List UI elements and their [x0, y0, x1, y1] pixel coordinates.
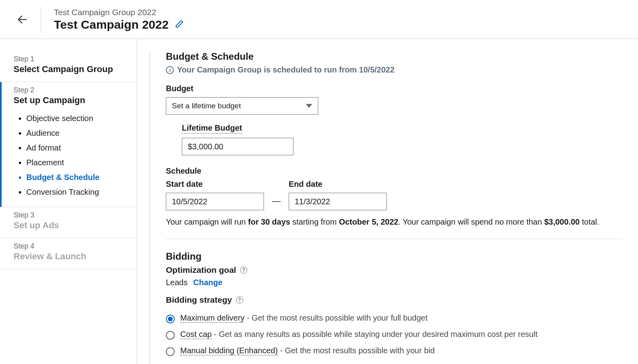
- bidding-option-desc: - Get the most results possible with you…: [278, 346, 435, 355]
- summary-part: starting from: [290, 217, 339, 226]
- step-label: Step 3: [14, 211, 137, 219]
- change-optimization-goal-link[interactable]: Change: [193, 278, 223, 287]
- main-content: Budget & Schedule i Your Campaign Group …: [137, 39, 638, 364]
- summary-amount: $3,000.00: [544, 217, 580, 226]
- bidding-option-maximum-delivery[interactable]: Maximum delivery - Get the most results …: [166, 310, 622, 327]
- bidding-heading: Bidding: [166, 251, 622, 262]
- chevron-down-icon: [306, 104, 312, 108]
- budget-type-value: Set a lifetime budget: [172, 102, 241, 110]
- sidebar-item-ad-format[interactable]: Ad format: [26, 141, 137, 155]
- bidding-option-cost-cap[interactable]: Cost cap - Get as many results as possib…: [166, 327, 622, 343]
- step-title: Review & Launch: [14, 251, 137, 262]
- budget-label: Budget: [166, 84, 622, 93]
- step-label: Step 1: [14, 55, 137, 63]
- campaign-run-summary: Your campaign will run for 30 days start…: [166, 217, 622, 227]
- campaign-group-title: Test Campaign Group 2022: [54, 8, 184, 17]
- schedule-info-text: Your Campaign Group is scheduled to run …: [177, 65, 394, 74]
- bidding-option-desc: - Get the most results possible with you…: [244, 313, 427, 322]
- radio-icon: [166, 315, 175, 323]
- sidebar-step-1[interactable]: Step 1 Select Campaign Group: [0, 51, 137, 82]
- sidebar-item-placement[interactable]: Placement: [26, 155, 137, 170]
- step-title: Select Campaign Group: [14, 64, 137, 74]
- bidding-strategy-label: Bidding strategy: [166, 295, 232, 305]
- budget-type-select[interactable]: Set a lifetime budget: [166, 97, 318, 115]
- step-label: Step 4: [14, 242, 137, 250]
- optimization-goal-value: Leads: [166, 278, 188, 287]
- start-date-input[interactable]: [166, 193, 264, 210]
- sidebar-item-audience[interactable]: Audience: [26, 126, 137, 141]
- budget-schedule-heading: Budget & Schedule: [166, 51, 622, 62]
- header-divider: [41, 7, 41, 32]
- help-icon[interactable]: ?: [240, 266, 247, 274]
- info-icon: i: [166, 66, 174, 74]
- arrow-left-icon: [16, 14, 28, 25]
- bidding-option-title: Cost cap: [180, 330, 212, 339]
- sidebar-item-objective-selection[interactable]: Objective selection: [26, 111, 137, 126]
- date-range-separator: —: [264, 196, 289, 210]
- edit-campaign-name-button[interactable]: [175, 20, 184, 30]
- lifetime-budget-label: Lifetime Budget: [182, 123, 242, 134]
- summary-duration: for 30 days: [248, 217, 290, 226]
- summary-part: . Your campaign will spend no more than: [398, 217, 544, 226]
- end-date-label: End date: [289, 180, 387, 189]
- radio-icon: [166, 331, 175, 340]
- bidding-option-manual-bidding[interactable]: Manual bidding (Enhanced) - Get the most…: [166, 343, 622, 359]
- back-arrow-button[interactable]: [16, 13, 29, 26]
- header: Test Campaign Group 2022 Test Campaign 2…: [0, 0, 638, 39]
- pencil-icon: [175, 20, 184, 28]
- radio-icon: [166, 347, 175, 356]
- sidebar-item-conversion-tracking[interactable]: Conversion Tracking: [26, 185, 137, 200]
- sidebar-item-budget-schedule[interactable]: Budget & Schedule: [26, 170, 137, 185]
- step-2-subitems: Objective selection Audience Ad format P…: [14, 111, 137, 200]
- optimization-goal-label: Optimization goal: [166, 265, 236, 275]
- step-title: Set up Ads: [14, 220, 137, 231]
- schedule-label: Schedule: [166, 166, 622, 176]
- bidding-option-title: Manual bidding (Enhanced): [180, 346, 278, 356]
- lifetime-budget-input[interactable]: [182, 138, 293, 155]
- sidebar-step-4[interactable]: Step 4 Review & Launch: [0, 238, 137, 269]
- bidding-option-desc: - Get as many results as possible while …: [212, 330, 538, 339]
- sidebar-step-2[interactable]: Step 2 Set up Campaign Objective selecti…: [0, 82, 137, 207]
- campaign-title: Test Campaign 2022: [54, 18, 169, 31]
- step-label: Step 2: [14, 86, 137, 94]
- sidebar-step-3[interactable]: Step 3 Set up Ads: [0, 207, 137, 238]
- summary-part: total.: [580, 217, 599, 226]
- schedule-info-banner: i Your Campaign Group is scheduled to ru…: [166, 65, 622, 74]
- section-divider: [166, 239, 622, 239]
- start-date-label: Start date: [166, 180, 264, 189]
- summary-part: Your campaign will run: [166, 217, 248, 226]
- summary-start-date: October 5, 2022: [339, 217, 398, 226]
- end-date-input[interactable]: [289, 193, 387, 210]
- header-titles: Test Campaign Group 2022 Test Campaign 2…: [54, 8, 184, 31]
- step-title: Set up Campaign: [14, 95, 137, 106]
- help-icon[interactable]: ?: [236, 296, 243, 303]
- bidding-option-title: Maximum delivery: [180, 313, 244, 323]
- sidebar: Step 1 Select Campaign Group Step 2 Set …: [0, 39, 137, 364]
